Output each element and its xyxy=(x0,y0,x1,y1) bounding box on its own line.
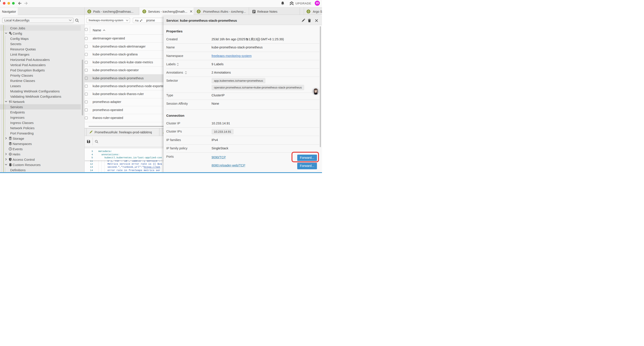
svg-text:*: * xyxy=(141,19,142,22)
